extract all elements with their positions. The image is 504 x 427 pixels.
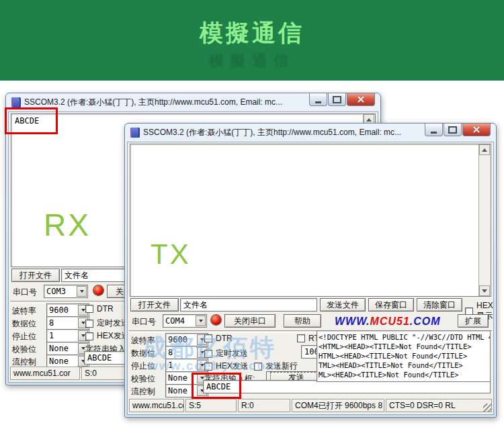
brand-com: .COM [410, 316, 441, 327]
checkbox-icon[interactable] [85, 320, 93, 328]
close-button[interactable] [462, 124, 491, 136]
rx-parity-value: None [47, 344, 78, 353]
tx-timed-send-checkbox[interactable]: 定时发送 [204, 348, 248, 359]
maximize-button[interactable] [328, 93, 346, 106]
rx-databits-select[interactable]: 8 [46, 316, 89, 330]
terminal-line: ML><HEAD><TITLE>Not Found</TITLE> [319, 370, 489, 379]
scroll-up-button[interactable] [479, 144, 490, 155]
resize-grip[interactable] [483, 404, 491, 412]
tx-port-label: 串口号 [132, 316, 156, 328]
tx-close-port-button[interactable]: 关闭串口 [224, 314, 276, 328]
tx-param-label: 波特率 [131, 335, 155, 346]
rx-flowctrl-select[interactable]: None [46, 354, 89, 368]
mcu51-brand-text: WWW.MCU51.COM [335, 316, 441, 328]
rx-param-label: 校验位 [12, 344, 36, 355]
terminal-line: TML><HEAD><TITLE>Not Found</TITLE> [319, 361, 489, 370]
rx-param-label: 数据位 [12, 318, 36, 330]
annotation-box-tx-input [192, 373, 241, 399]
minimize-icon [315, 101, 321, 103]
tx-send-input[interactable]: ABCDE [203, 380, 491, 393]
tx-save-window-button[interactable]: 保存窗口 [368, 298, 414, 312]
tx-hex-send-label: HEX发送 [216, 361, 249, 372]
scroll-down-button[interactable] [479, 285, 490, 296]
tx-help-button[interactable]: 帮助 [284, 314, 321, 328]
minimize-button[interactable] [309, 93, 327, 106]
rx-flowctrl-value: None [47, 357, 78, 366]
rx-dtr-checkbox[interactable]: DTR [85, 304, 114, 314]
tx-status-port-state: COM4已打开 9600bps 8 [292, 399, 384, 412]
tx-overlay-label: TX [151, 238, 191, 271]
close-icon [472, 126, 480, 134]
banner-watermark: 模擬通信 [0, 51, 504, 71]
chevron-down-icon[interactable] [77, 286, 87, 297]
tx-expand-button[interactable]: 扩展 [458, 314, 489, 328]
arrow-down-icon [482, 289, 487, 293]
tx-status-signals: CTS=0 DSR=0 RL [386, 399, 492, 412]
tx-newline-checkbox[interactable]: 发送新行 [254, 361, 298, 372]
tx-terminal-output[interactable]: <!DOCTYPE HTML PUBLIC "-//W3C//DTD HTML … [317, 330, 491, 382]
tx-port-select[interactable]: COM4 [163, 314, 207, 328]
rx-param-label: 停止位 [12, 331, 36, 342]
tx-param-label: 数据位 [131, 348, 155, 359]
checkbox-icon[interactable] [85, 332, 93, 340]
tx-open-file-button[interactable]: 打开文件 [130, 298, 179, 312]
checkbox-icon[interactable] [254, 363, 262, 371]
tx-window: SSCOM3.2 (作者:聂小猛(丁丁), 主页http://www.mcu51… [124, 123, 497, 418]
rx-parity-select[interactable]: None [46, 342, 89, 355]
chevron-down-icon[interactable] [196, 316, 206, 326]
tx-send-file-button[interactable]: 发送文件 [320, 298, 366, 312]
close-icon [357, 95, 365, 103]
tx-databits-select[interactable]: 8 [165, 346, 208, 359]
rx-port-label: 串口号 [13, 287, 37, 298]
terminal-line: HTML><HEAD><TITLE>Not Found</TITLE> [319, 351, 489, 361]
checkbox-icon[interactable] [204, 363, 212, 371]
minimize-icon [431, 132, 437, 134]
arrow-up-icon [482, 148, 487, 152]
tx-client-area: TX 打开文件 文件名 发送文件 保存窗口 清除窗口 HEX显示 串口号 COM… [127, 142, 494, 415]
tx-param-label: 停止位 [131, 361, 155, 372]
tx-status-received: R:0 [238, 399, 290, 412]
rx-stopbits-select[interactable]: 1 [46, 329, 89, 342]
maximize-icon [448, 126, 457, 134]
brand-mcu51: MCU51 [370, 316, 410, 327]
close-button[interactable] [347, 93, 375, 106]
tx-dtr-checkbox[interactable]: DTR [204, 334, 233, 343]
checkbox-icon[interactable] [204, 334, 212, 342]
tx-scrollbar[interactable] [478, 144, 491, 296]
tx-filename-field[interactable]: 文件名 [180, 298, 317, 312]
rx-port-select[interactable]: COM3 [44, 285, 88, 298]
tx-hex-send-checkbox[interactable]: HEX发送 [204, 361, 249, 372]
tx-statusbar: www.mcu51.cor S:5 R:0 COM4已打开 9600bps 8 … [129, 399, 492, 412]
maximize-button[interactable] [444, 124, 462, 136]
tx-clear-window-button[interactable]: 清除窗口 [417, 298, 462, 312]
tx-timed-send-label: 定时发送 [216, 348, 248, 359]
terminal-line: <HTML><HEAD><TITLE>Not Found</TITLE> [319, 342, 489, 351]
rx-hex-send-checkbox[interactable]: HEX发送 [85, 330, 130, 342]
page-title: 模擬通信 [0, 17, 504, 49]
tx-baud-select[interactable]: 9600 [165, 333, 208, 346]
rx-open-file-button[interactable]: 打开文件 [11, 269, 60, 282]
tx-receive-area[interactable]: TX [130, 144, 491, 297]
tx-port-value: COM4 [163, 316, 196, 326]
tx-stopbits-select[interactable]: 1 [165, 359, 208, 372]
tx-param-label: 校验位 [131, 373, 155, 385]
checkbox-icon[interactable] [297, 334, 305, 342]
arrow-up-icon [366, 118, 372, 122]
tx-status-sent: S:5 [185, 399, 237, 412]
app-icon [11, 97, 21, 107]
tx-port-led [211, 315, 221, 325]
checkbox-icon[interactable] [204, 350, 212, 358]
tx-newline-label: 发送新行 [265, 361, 298, 372]
tx-status-site: www.mcu51.cor [129, 399, 184, 412]
rx-timed-send-checkbox[interactable]: 定时发送 [85, 318, 129, 329]
tx-stopbits-value: 1 [166, 361, 197, 370]
brand-www: WWW. [335, 316, 370, 327]
minimize-button[interactable] [425, 124, 443, 136]
tx-param-label: 流控制 [131, 386, 155, 397]
annotation-box-rx-received [5, 107, 58, 134]
rx-baud-select[interactable]: 9600 [46, 303, 89, 317]
tx-caption-buttons [425, 124, 491, 136]
tx-databits-value: 8 [166, 348, 197, 357]
checkbox-icon[interactable] [85, 305, 93, 313]
terminal-line: <!DOCTYPE HTML PUBLIC "-//W3C//DTD HTML … [319, 332, 489, 342]
